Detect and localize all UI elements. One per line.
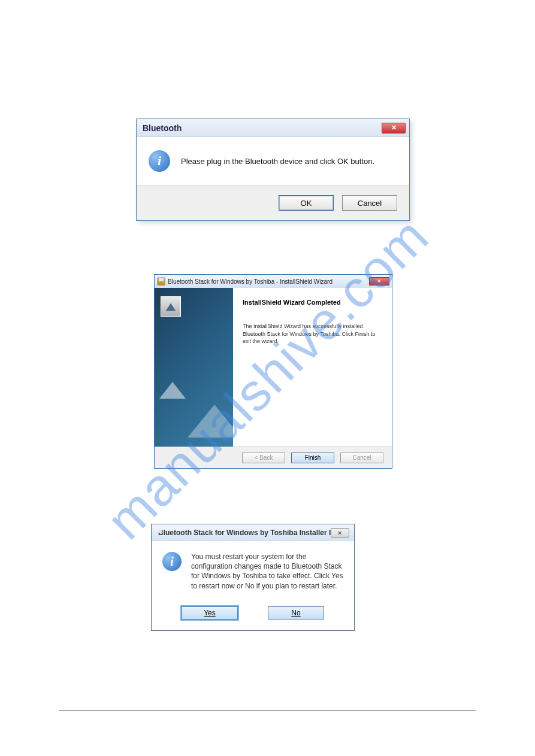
page-footer-separator: [59, 711, 476, 711]
cancel-button: Cancel: [340, 453, 383, 463]
dialog2-title: Bluetooth Stack for Windows by Toshiba -…: [157, 277, 333, 286]
installer-icon: [157, 277, 165, 286]
close-icon[interactable]: ✕: [382, 123, 406, 133]
dialog3-title: Bluetooth Stack for Windows by Toshiba I…: [155, 529, 331, 537]
wizard-side-banner: [155, 288, 233, 447]
cancel-button[interactable]: Cancel: [342, 195, 397, 211]
info-icon: i: [149, 150, 170, 172]
dialog2-body: InstallShield Wizard Completed The Insta…: [155, 288, 392, 447]
back-button: < Back: [242, 453, 285, 463]
info-icon: i: [162, 552, 182, 571]
no-button[interactable]: No: [268, 606, 324, 620]
dialog3-titlebar: Bluetooth Stack for Windows by Toshiba I…: [152, 524, 354, 541]
dialog2-footer: < Back Finish Cancel: [155, 447, 392, 468]
dialog1-body: i Please plug in the Bluetooth device an…: [137, 137, 409, 185]
bluetooth-plug-dialog: Bluetooth ✕ i Please plug in the Bluetoo…: [136, 119, 410, 221]
wizard-completed-text: The InstallShield Wizard has successfull…: [243, 323, 382, 345]
dialog3-footer: Yes No: [152, 597, 354, 630]
dialog3-body: i You must restart your system for the c…: [152, 541, 354, 597]
dialog1-title: Bluetooth: [143, 123, 182, 133]
triangle-decor-icon: [188, 405, 233, 438]
ok-button[interactable]: OK: [279, 195, 334, 211]
dialog1-message: Please plug in the Bluetooth device and …: [181, 157, 374, 166]
close-icon[interactable]: ✕: [331, 528, 349, 538]
triangle-decor-icon: [159, 382, 186, 399]
dialog2-main: InstallShield Wizard Completed The Insta…: [233, 288, 392, 447]
dialog2-titlebar: Bluetooth Stack for Windows by Toshiba -…: [155, 275, 392, 288]
installshield-logo-icon: [161, 296, 181, 317]
dialog3-title-text: Bluetooth Stack for Windows by Toshiba I…: [158, 529, 331, 537]
dialog1-titlebar: Bluetooth ✕: [137, 119, 409, 137]
finish-button[interactable]: Finish: [291, 453, 334, 463]
close-icon[interactable]: ✕: [369, 277, 389, 286]
dialog1-footer: OK Cancel: [137, 185, 409, 220]
restart-prompt-dialog: Bluetooth Stack for Windows by Toshiba I…: [151, 524, 355, 631]
yes-button[interactable]: Yes: [182, 606, 238, 620]
wizard-completed-heading: InstallShield Wizard Completed: [243, 299, 382, 306]
dialog3-message: You must restart your system for the con…: [191, 552, 343, 591]
dialog2-title-text: Bluetooth Stack for Windows by Toshiba -…: [168, 278, 333, 285]
installshield-wizard-dialog: Bluetooth Stack for Windows by Toshiba -…: [154, 274, 392, 469]
